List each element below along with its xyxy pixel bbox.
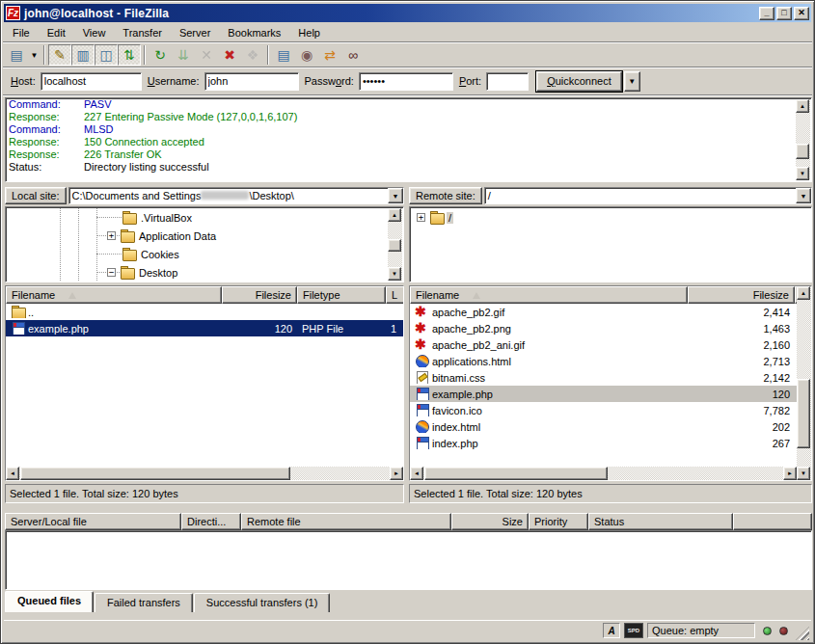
remote-site-combo[interactable]: / ▼: [484, 187, 812, 204]
menu-item-help[interactable]: Help: [289, 25, 329, 40]
remote-horizontal-scrollbar[interactable]: ◄ ►: [410, 467, 797, 480]
scrollbar-thumb[interactable]: [797, 379, 810, 448]
local-combo-dropdown-icon[interactable]: ▼: [388, 188, 403, 203]
scroll-down-icon[interactable]: ▼: [796, 167, 809, 180]
scrollbar-thumb[interactable]: [20, 467, 290, 480]
file-cell: 2,142: [688, 372, 795, 384]
file-row--[interactable]: ..: [6, 304, 403, 320]
column-header-remote-file[interactable]: Remote file: [241, 513, 451, 530]
scroll-up-icon[interactable]: ▲: [796, 99, 809, 113]
minimize-button[interactable]: _: [759, 7, 774, 20]
tab-queued-files[interactable]: Queued files: [5, 591, 94, 612]
menu-item-transfer[interactable]: Transfer: [114, 25, 171, 40]
reconnect-icon: ❖: [247, 47, 259, 63]
toolbar-button-toggle-local-tree[interactable]: ▥: [71, 44, 95, 66]
toolbar-button-site-manager[interactable]: ▤: [5, 44, 28, 66]
remote-vertical-scrollbar[interactable]: ▲ ▼: [797, 286, 811, 480]
scrollbar-thumb[interactable]: [388, 239, 401, 252]
tree-item-root[interactable]: +/: [411, 208, 810, 227]
column-header-status[interactable]: Status: [588, 513, 733, 530]
menu-item-file[interactable]: File: [4, 25, 39, 40]
scroll-up-icon[interactable]: ▲: [388, 208, 401, 222]
file-row-favicon-ico[interactable]: favicon.ico7,782: [410, 402, 797, 418]
log-line: Command:MLSD: [6, 123, 811, 136]
file-row-apache_pb2-gif[interactable]: apache_pb2.gif2,414: [410, 304, 797, 320]
quickconnect-button[interactable]: Quickconnect: [536, 71, 622, 92]
expand-icon[interactable]: +: [107, 231, 116, 240]
local-directory-tree: .VirtualBox+Application DataCookies−Desk…: [5, 206, 404, 282]
close-button[interactable]: ✕: [794, 7, 809, 20]
tree-item--virtualbox[interactable]: .VirtualBox: [7, 208, 402, 227]
tree-item-application-data[interactable]: +Application Data: [7, 227, 402, 245]
file-row-example-php[interactable]: example.php120PHP File1: [6, 320, 403, 336]
column-header-filename[interactable]: Filename: [410, 286, 688, 304]
scroll-left-icon[interactable]: ◄: [410, 467, 423, 480]
file-row-applications-html[interactable]: applications.html2,713: [410, 353, 797, 369]
remote-combo-dropdown-icon[interactable]: ▼: [796, 188, 811, 203]
toolbar-button-disconnect[interactable]: ✖: [218, 44, 241, 66]
column-header-filesize[interactable]: Filesize: [688, 286, 795, 304]
toolbar-button-toggle-remote-tree[interactable]: ◫: [95, 44, 118, 66]
menu-item-server[interactable]: Server: [171, 25, 219, 40]
toolbar-button-toggle-transfer-queue[interactable]: ⇅: [118, 44, 141, 66]
file-row-index-php[interactable]: index.php267: [410, 435, 797, 451]
speed-limit-indicator-icon[interactable]: SPD: [624, 623, 643, 638]
username-input[interactable]: [204, 72, 299, 91]
column-header-filetype[interactable]: Filetype: [297, 286, 386, 304]
column-header-directi-[interactable]: Directi...: [181, 513, 241, 530]
file-row-apache_pb2-png[interactable]: apache_pb2.png1,463: [410, 320, 797, 336]
toolbar-button-process-queue[interactable]: ⇊: [172, 44, 195, 66]
local-site-path[interactable]: C:\Documents and Settings\Desktop\: [69, 188, 388, 203]
scroll-down-icon[interactable]: ▼: [797, 467, 810, 480]
column-header-priority[interactable]: Priority: [529, 513, 588, 530]
scrollbar-thumb[interactable]: [796, 144, 809, 159]
column-header-filesize[interactable]: Filesize: [222, 286, 297, 304]
menu-item-edit[interactable]: Edit: [39, 25, 74, 40]
toolbar-button-synchronized-browsing[interactable]: ⇄: [318, 44, 341, 66]
toolbar-button-toggle-message-log[interactable]: ✎: [48, 44, 71, 66]
local-tree-scrollbar[interactable]: ▲ ▼: [388, 208, 402, 281]
column-header-size[interactable]: Size: [451, 513, 529, 530]
tab-successful-transfers-1-[interactable]: Successful transfers (1): [194, 593, 331, 612]
scrollbar-thumb[interactable]: [424, 467, 608, 480]
column-header-l[interactable]: L: [386, 286, 403, 304]
column-header-filename[interactable]: Filename: [6, 286, 222, 304]
scroll-right-icon[interactable]: ►: [783, 467, 797, 480]
local-horizontal-scrollbar[interactable]: ◄ ►: [6, 467, 403, 480]
column-header-server-local-file[interactable]: Server/Local file: [5, 513, 181, 530]
tree-item-cookies[interactable]: Cookies: [7, 245, 402, 263]
toolbar-button-find-files[interactable]: ∞: [341, 44, 365, 66]
toolbar-button-reconnect[interactable]: ❖: [241, 44, 264, 66]
data-type-indicator-icon[interactable]: A: [603, 623, 620, 638]
local-site-combo[interactable]: C:\Documents and Settings\Desktop\ ▼: [68, 187, 404, 204]
scroll-left-icon[interactable]: ◄: [6, 467, 19, 480]
file-row-index-html[interactable]: index.html202: [410, 418, 797, 435]
scroll-up-icon[interactable]: ▲: [797, 286, 810, 300]
quickconnect-dropdown-icon[interactable]: ▼: [624, 71, 640, 92]
collapse-icon[interactable]: −: [107, 268, 116, 277]
menu-item-bookmarks[interactable]: Bookmarks: [219, 25, 289, 40]
titlebar[interactable]: Fz john@localhost - FileZilla _ □ ✕: [4, 4, 811, 22]
password-input[interactable]: [359, 72, 453, 91]
toolbar-button-filename-filters[interactable]: ▤: [272, 44, 295, 66]
site-manager-dropdown-icon[interactable]: ▼: [28, 44, 41, 66]
file-row-apache_pb2_ani-gif[interactable]: apache_pb2_ani.gif2,160: [410, 336, 797, 353]
file-row-example-php[interactable]: example.php120: [410, 386, 797, 402]
toolbar-button-refresh[interactable]: ↻: [149, 44, 172, 66]
maximize-button[interactable]: □: [776, 7, 792, 20]
menu-item-view[interactable]: View: [74, 25, 115, 40]
remote-site-path[interactable]: /: [485, 188, 796, 203]
host-input[interactable]: [41, 72, 142, 91]
scroll-down-icon[interactable]: ▼: [388, 267, 401, 281]
message-log-scrollbar[interactable]: ▲ ▼: [796, 99, 810, 180]
tree-item-desktop[interactable]: −Desktop: [7, 263, 402, 281]
resize-grip[interactable]: [796, 627, 809, 640]
toolbar-button-cancel-operation[interactable]: ✕: [195, 44, 218, 66]
file-row-bitnami-css[interactable]: bitnami.css2,142: [410, 369, 797, 386]
expand-icon[interactable]: +: [417, 213, 425, 222]
local-site-row: Local site: C:\Documents and Settings\De…: [5, 187, 404, 204]
scroll-right-icon[interactable]: ►: [390, 467, 403, 480]
port-input[interactable]: [486, 72, 529, 91]
toolbar-button-directory-comparison[interactable]: ◉: [295, 44, 318, 66]
tab-failed-transfers[interactable]: Failed transfers: [95, 593, 193, 612]
